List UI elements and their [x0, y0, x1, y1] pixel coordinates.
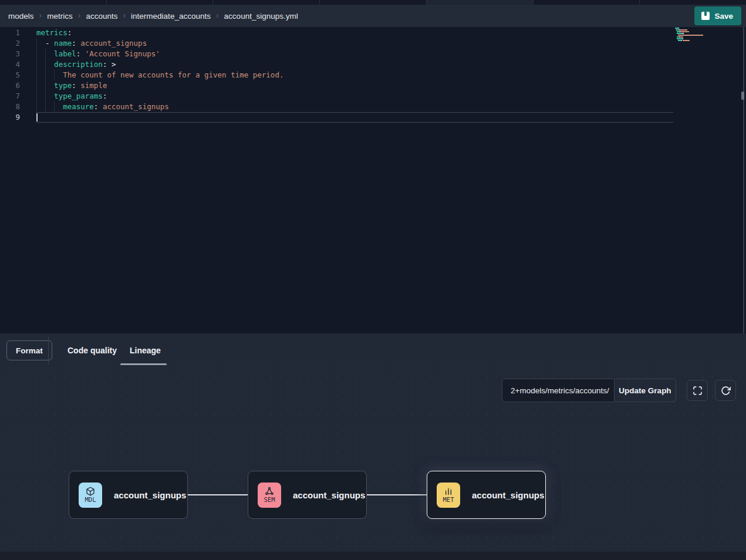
code-line[interactable]: 3 label: 'Account Signups'	[0, 49, 746, 59]
chevron-right-icon: ›	[123, 11, 126, 20]
lineage-edge	[188, 494, 248, 495]
code-text[interactable]: measure: account_signups	[36, 102, 169, 112]
active-tab-underline	[120, 363, 167, 365]
line-number: 3	[0, 49, 20, 59]
node-type-badge: SEM	[258, 483, 281, 508]
code-text[interactable]: type_params:	[36, 91, 107, 102]
lineage-selector-input[interactable]	[502, 379, 615, 402]
code-line[interactable]: 6 type: simple	[0, 80, 746, 91]
code-text[interactable]: The count of new accounts for a given ti…	[36, 70, 283, 80]
breadcrumb-item[interactable]: metrics	[47, 12, 73, 21]
editor-tab-segment[interactable]	[107, 0, 214, 5]
lineage-edge	[367, 494, 427, 495]
code-line[interactable]: 1metrics:	[0, 28, 746, 38]
code-text[interactable]: - name: account_signups	[36, 38, 147, 49]
tab-code-quality[interactable]: Code quality	[67, 342, 117, 359]
editor-tab-segment[interactable]	[427, 0, 534, 5]
node-type-code: SEM	[264, 497, 275, 503]
fullscreen-button[interactable]	[687, 380, 708, 401]
format-button[interactable]: Format	[6, 340, 52, 360]
code-text[interactable]: label: 'Account Signups'	[36, 49, 160, 59]
tab-lineage[interactable]: Lineage	[130, 342, 161, 359]
editor-tab-segment[interactable]	[534, 0, 640, 5]
code-editor[interactable]: 1metrics:2 - name: account_signups3 labe…	[0, 27, 746, 333]
panel-bottom-strip	[0, 552, 746, 560]
code-text[interactable]: metrics:	[36, 28, 72, 38]
text-cursor	[36, 113, 38, 122]
line-number: 6	[0, 80, 20, 91]
chevron-right-icon: ›	[216, 11, 219, 20]
editor-tab-segment[interactable]	[0, 0, 107, 5]
bottom-panel: Format Code quality Lineage MDLaccount_s…	[0, 333, 746, 560]
breadcrumb-item[interactable]: intermediate_accounts	[131, 12, 211, 21]
chevron-right-icon: ›	[78, 11, 81, 20]
cube-icon	[86, 487, 95, 496]
line-number: 1	[0, 28, 20, 38]
save-button-label: Save	[714, 12, 733, 21]
node-type-code: MDL	[85, 497, 96, 503]
node-label: account_signups	[293, 490, 365, 500]
code-text[interactable]: description: >	[36, 59, 116, 70]
lineage-node-mdl[interactable]: MDLaccount_signups	[69, 471, 188, 519]
maximize-icon	[693, 386, 703, 396]
breadcrumb-item[interactable]: accounts	[86, 12, 117, 21]
line-number: 2	[0, 38, 20, 49]
editor-scrollbar[interactable]	[743, 27, 744, 333]
code-line[interactable]: 8 measure: account_signups	[0, 102, 746, 112]
header-divider	[48, 337, 49, 365]
line-number: 5	[0, 70, 20, 80]
editor-minimap[interactable]	[675, 28, 714, 45]
editor-tab-strip[interactable]	[0, 0, 746, 5]
editor-tab-segment[interactable]	[320, 0, 427, 5]
node-type-badge: MDL	[79, 483, 102, 508]
save-button[interactable]: Save	[694, 6, 741, 25]
active-line-highlight	[36, 112, 673, 123]
refresh-graph-button[interactable]	[715, 380, 736, 401]
node-label: account_signups	[114, 490, 186, 500]
chevron-right-icon: ›	[39, 11, 42, 20]
code-line[interactable]: 7 type_params:	[0, 91, 746, 102]
breadcrumb: models›metrics›accounts›intermediate_acc…	[8, 11, 694, 21]
lineage-toolbar: Update Graph	[502, 379, 676, 402]
node-label: account_signups	[472, 490, 544, 500]
breadcrumb-item[interactable]: account_signups.yml	[224, 12, 298, 21]
line-number: 4	[0, 59, 20, 70]
code-line[interactable]: 4 description: >	[0, 59, 746, 70]
code-line[interactable]: 9	[0, 112, 746, 123]
code-line[interactable]: 5 The count of new accounts for a given …	[0, 70, 746, 80]
semantic-model-icon	[265, 487, 274, 496]
editor-tab-segment[interactable]	[640, 0, 746, 5]
editor-tab-segment[interactable]	[213, 0, 320, 5]
breadcrumb-bar: models›metrics›accounts›intermediate_acc…	[0, 5, 746, 27]
code-line[interactable]: 2 - name: account_signups	[0, 38, 746, 49]
panel-header: Format Code quality Lineage	[0, 333, 746, 367]
editor-scrollbar-thumb[interactable]	[741, 92, 744, 100]
line-number: 8	[0, 102, 20, 112]
node-type-code: MET	[443, 497, 454, 503]
lineage-node-sem[interactable]: SEMaccount_signups	[248, 471, 367, 519]
refresh-icon	[721, 386, 731, 396]
code-text[interactable]: type: simple	[36, 80, 107, 91]
metric-icon	[444, 487, 453, 496]
node-type-badge: MET	[437, 483, 460, 508]
save-icon	[701, 12, 710, 20]
update-graph-button[interactable]: Update Graph	[615, 379, 676, 402]
line-number: 9	[0, 112, 20, 123]
lineage-node-met[interactable]: METaccount_signups	[427, 471, 546, 519]
line-number: 7	[0, 91, 20, 102]
breadcrumb-item[interactable]: models	[8, 12, 34, 21]
